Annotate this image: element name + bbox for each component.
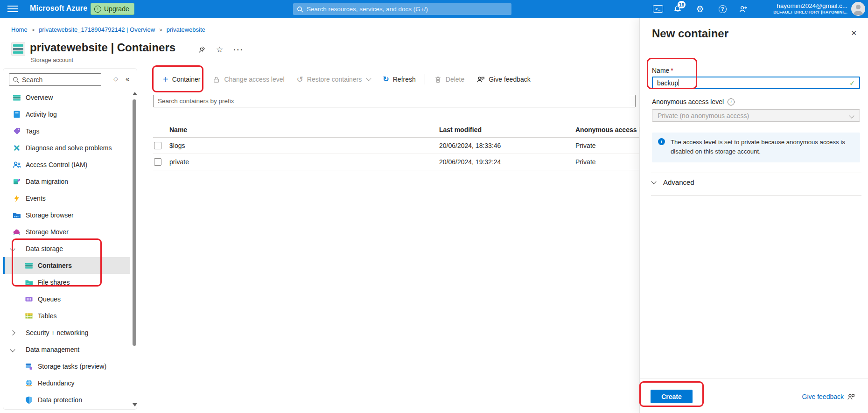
toolbar-give-feedback-button[interactable]: Give feedback [470,75,537,84]
resource-menu: ◇ « OverviewActivity logTagsDiagnose and… [3,68,137,410]
refresh-icon: ↻ [383,76,389,83]
scrollbar-thumb[interactable] [133,99,136,346]
chevron-down-icon [651,179,656,184]
access-level-dropdown[interactable]: Private (no anonymous access) [652,109,860,122]
advanced-section-toggle[interactable]: Advanced [652,178,694,186]
sidebar-item-events[interactable]: Events [3,190,130,207]
settings-gear-icon[interactable]: ⚙ [694,4,706,14]
chevron-down-icon [10,246,15,251]
feedback-icon[interactable] [737,4,749,14]
give-feedback-link[interactable]: Give feedback [802,392,855,400]
sidebar-item-tags[interactable]: Tags [3,123,130,140]
sidebar-item-access-control-iam[interactable]: Access Control (IAM) [3,156,130,173]
cloud-shell-icon[interactable]: >_ [652,4,664,14]
row-checkbox[interactable] [154,158,161,166]
upgrade-button[interactable]: ↑ Upgrade [91,3,134,15]
last-modified: 20/06/2024, 19:32:24 [439,158,501,166]
toolbar-container-button[interactable]: +Container [157,75,206,84]
text-cursor [679,79,679,86]
sidebar-item-label: Storage tasks (preview) [38,363,106,370]
create-button[interactable]: Create [651,390,693,403]
person-icon [13,161,21,169]
sidebar-item-label: Storage Mover [26,228,69,236]
sidebar-item-label: Redundancy [38,379,75,387]
azure-brand[interactable]: Microsoft Azure [30,4,87,13]
account-menu[interactable]: hayomini2024@gmail.c... DEFAULT DIRECTOR… [773,2,847,15]
sidebar-item-queues[interactable]: Queues [3,291,130,308]
close-icon[interactable]: ✕ [851,29,857,37]
global-search[interactable] [293,3,511,15]
sidebar-item-data-management[interactable]: Data management [3,341,130,358]
toolbar-divider [425,74,425,84]
storage-icon [25,261,33,270]
storage-account-icon [11,42,25,56]
pin-icon[interactable] [198,46,206,54]
column-header-name[interactable]: Name [169,126,187,133]
sidebar-scrollbar[interactable] [132,92,137,406]
breadcrumb-link-privatewebsite-1718904792142-o[interactable]: privatewebsite_1718904792142 | Overview [39,26,155,33]
favorite-star-icon[interactable]: ☆ [216,45,223,55]
avatar[interactable] [851,2,865,16]
info-filled-icon: i [658,138,665,145]
sidebar-item-label: Security + networking [26,329,88,336]
lightning-icon [13,194,21,203]
search-icon [13,77,19,83]
sidebar-item-storage-mover[interactable]: Storage Mover [3,224,130,240]
hamburger-menu-icon[interactable] [7,5,18,13]
sidebar-item-overview[interactable]: Overview [3,89,130,106]
up-arrow-icon: ↑ [94,6,101,13]
queue-icon [25,295,33,303]
sidebar-item-redundancy[interactable]: Redundancy [3,375,130,392]
collapse-menu-icon[interactable]: « [126,75,129,83]
toolbar-delete-button[interactable]: Delete [428,76,470,84]
sidebar-item-data-protection[interactable]: Data protection [3,392,130,408]
sidebar-item-storage-browser[interactable]: Storage browser [3,207,130,224]
sidebar-item-data-migration[interactable]: Data migration [3,173,130,190]
toolbar-refresh-button[interactable]: ↻Refresh [377,76,421,83]
sidebar-item-data-storage[interactable]: Data storage [3,240,130,257]
scroll-down-icon[interactable] [133,403,137,406]
table-header: NameLast modifiedAnonymous access le [153,123,639,138]
scroll-up-icon[interactable] [133,92,137,95]
sidebar-item-tables[interactable]: Tables [3,308,130,324]
breadcrumb-separator: > [159,27,162,33]
toolbar-restore-containers-button[interactable]: ↺Restore containers [291,76,377,84]
breadcrumb-link-home[interactable]: Home [11,26,28,33]
shield-icon [25,396,33,404]
tasks-icon [25,362,33,371]
row-checkbox[interactable] [154,142,161,149]
sidebar-item-storage-tasks-preview[interactable]: Storage tasks (preview) [3,358,130,375]
sidebar-search[interactable] [9,73,101,86]
undo-icon: ↺ [297,76,303,84]
sidebar-item-label: File shares [38,279,70,286]
column-header-last-modified[interactable]: Last modified [439,126,482,133]
sidebar-item-label: Data migration [26,178,68,185]
sidebar-item-activity-log[interactable]: Activity log [3,106,130,123]
sidebar-item-label: Tables [38,312,56,320]
global-search-input[interactable] [307,6,508,13]
tag-icon [13,127,21,135]
sidebar-item-label: Queues [38,295,61,303]
column-header-anonymous-access-le[interactable]: Anonymous access le [575,126,639,133]
name-input[interactable]: backup ✓ [652,77,860,89]
container-filter-input[interactable] [153,95,636,107]
sidebar-item-containers[interactable]: Containers [3,257,130,274]
sidebar-item-security-networking[interactable]: Security + networking [3,324,130,341]
chevron-down-icon [366,76,371,81]
toolbar-change-access-level-button[interactable]: Change access level [206,76,290,84]
more-options-icon[interactable]: ··· [233,46,244,54]
sidebar-item-diagnose-and-solve-problems[interactable]: Diagnose and solve problems [3,140,130,156]
sidebar-search-input[interactable] [22,76,98,84]
info-icon[interactable]: i [728,98,735,105]
breadcrumb-link-privatewebsite[interactable]: privatewebsite [167,26,205,33]
container-row-private[interactable]: private20/06/2024, 19:32:24Private [153,154,639,170]
trash-icon [434,76,442,84]
pin-menu-icon[interactable]: ◇ [113,75,118,82]
cloud-icon [13,228,21,236]
help-icon[interactable]: ? [717,4,728,14]
sidebar-item-file-shares[interactable]: File shares [3,274,130,291]
user-email: hayomini2024@gmail.c... [773,2,847,10]
sidebar-item-label: Data storage [26,245,63,252]
container-row-logs[interactable]: $logs20/06/2024, 18:33:46Private [153,138,639,154]
sidebar-item-label: Data management [26,346,79,353]
